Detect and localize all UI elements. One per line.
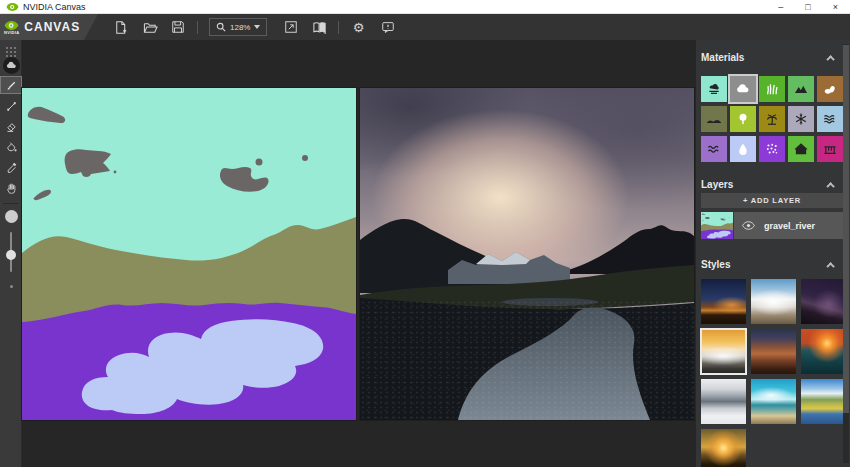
gravel-texture <box>360 300 694 420</box>
layers-title: Layers <box>701 179 733 190</box>
material-water[interactable] <box>730 136 756 162</box>
tool-sidebar <box>0 40 22 467</box>
material-bridge[interactable] <box>817 136 843 162</box>
app-name: CANVAS <box>24 20 80 34</box>
palm-icon <box>765 112 779 126</box>
water-icon <box>736 142 750 156</box>
brush-size-slider-knob[interactable] <box>6 250 16 260</box>
material-snow[interactable] <box>788 106 814 132</box>
settings-button[interactable]: ⚙ <box>346 17 370 37</box>
close-button[interactable]: × <box>833 2 838 12</box>
material-mountain[interactable] <box>788 76 814 102</box>
material-hill[interactable] <box>701 106 727 132</box>
style-desert-night[interactable] <box>701 279 746 324</box>
toolbar-separator <box>197 21 198 34</box>
styles-grid <box>701 279 846 467</box>
layer-thumbnail <box>701 212 734 239</box>
cloud-icon <box>736 82 750 96</box>
grass-icon <box>765 82 779 96</box>
maximize-button[interactable]: □ <box>805 2 810 12</box>
zoom-control[interactable]: 128% <box>209 18 267 36</box>
style-alpine-lake[interactable] <box>801 379 846 424</box>
snow-icon <box>794 112 808 126</box>
fullscreen-button[interactable] <box>279 17 303 37</box>
materials-title: Materials <box>701 52 744 63</box>
material-grass[interactable] <box>759 76 785 102</box>
styles-section-header[interactable]: Styles <box>701 259 839 270</box>
materials-grid <box>701 76 843 162</box>
style-jagged-peaks-sunset[interactable] <box>751 329 796 374</box>
segmentation-canvas[interactable] <box>22 88 356 420</box>
color-picker-tool[interactable] <box>0 158 22 176</box>
rendered-preview <box>360 88 694 420</box>
open-project-button[interactable] <box>138 17 162 37</box>
rock-icon <box>823 82 837 96</box>
window-titlebar: NVIDIA Canvas – □ × <box>0 0 850 14</box>
material-tree[interactable] <box>730 106 756 132</box>
app-brand: NVIDIA CANVAS <box>0 14 98 40</box>
sky-icon <box>707 82 721 96</box>
chevron-down-icon[interactable] <box>254 25 260 29</box>
add-layer-button[interactable]: + ADD LAYER <box>701 193 843 208</box>
style-snowy-peak-clouds[interactable] <box>751 279 796 324</box>
sidebar-divider <box>3 203 19 204</box>
fill-bucket-icon <box>5 141 18 154</box>
layer-visibility-toggle[interactable] <box>742 221 755 230</box>
brush-size-preview <box>0 207 22 225</box>
style-sunset-fog-valley[interactable] <box>701 329 746 374</box>
line-tool[interactable] <box>0 97 22 115</box>
active-material-preview[interactable] <box>0 55 22 75</box>
right-panel: Materials Layers + ADD LAYER gravel_rive… <box>695 40 850 467</box>
fog-icon <box>765 142 779 156</box>
fill-tool[interactable] <box>0 138 22 156</box>
style-starry-night-mountain[interactable] <box>801 279 846 324</box>
house-icon <box>794 142 808 156</box>
chevron-up-icon[interactable] <box>826 262 834 270</box>
minimize-button[interactable]: – <box>778 2 783 12</box>
zoom-icon <box>216 22 226 32</box>
eye-icon <box>742 221 755 230</box>
materials-section-header[interactable]: Materials <box>701 52 839 63</box>
material-sky[interactable] <box>701 76 727 102</box>
layers-section-header[interactable]: Layers <box>701 179 839 190</box>
nvidia-logo-icon <box>6 2 19 12</box>
eraser-tool[interactable] <box>0 117 22 135</box>
material-fog[interactable] <box>759 136 785 162</box>
style-tropical-beach[interactable] <box>751 379 796 424</box>
side-by-side-view-button[interactable] <box>307 17 331 37</box>
cloud-icon <box>3 57 20 74</box>
zoom-value: 128% <box>230 23 250 32</box>
window-title: NVIDIA Canvas <box>23 2 778 12</box>
material-sea[interactable] <box>817 106 843 132</box>
material-river[interactable] <box>701 136 727 162</box>
eraser-icon <box>5 120 18 133</box>
line-icon <box>5 100 18 113</box>
material-cloud[interactable] <box>730 76 756 102</box>
chevron-up-icon[interactable] <box>826 55 834 63</box>
style-ocean-sunset[interactable] <box>801 329 846 374</box>
mountain-icon <box>794 82 808 96</box>
brush-size-circle-icon <box>5 210 18 223</box>
style-misty-mountains[interactable] <box>701 379 746 424</box>
brush-icon <box>5 79 18 92</box>
material-rock[interactable] <box>817 76 843 102</box>
material-palm[interactable] <box>759 106 785 132</box>
save-project-button[interactable] <box>166 17 190 37</box>
feedback-button[interactable] <box>376 17 400 37</box>
settings-gear-icon: ⚙ <box>353 21 365 34</box>
layer-item[interactable]: gravel_river <box>701 212 843 239</box>
material-house[interactable] <box>788 136 814 162</box>
scrollbar-thumb[interactable] <box>843 45 849 413</box>
chevron-up-icon[interactable] <box>826 182 834 190</box>
workspace <box>22 40 695 467</box>
pan-tool[interactable] <box>0 179 22 197</box>
panel-scrollbar[interactable] <box>843 44 849 463</box>
new-project-button[interactable] <box>108 17 132 37</box>
layer-name: gravel_river <box>764 221 815 231</box>
styles-title: Styles <box>701 259 730 270</box>
bridge-icon <box>823 142 837 156</box>
nvidia-logo-icon: NVIDIA <box>4 20 19 35</box>
brush-tool[interactable] <box>0 76 22 94</box>
river-icon <box>707 142 721 156</box>
style-sea-sunrise[interactable] <box>701 429 746 467</box>
